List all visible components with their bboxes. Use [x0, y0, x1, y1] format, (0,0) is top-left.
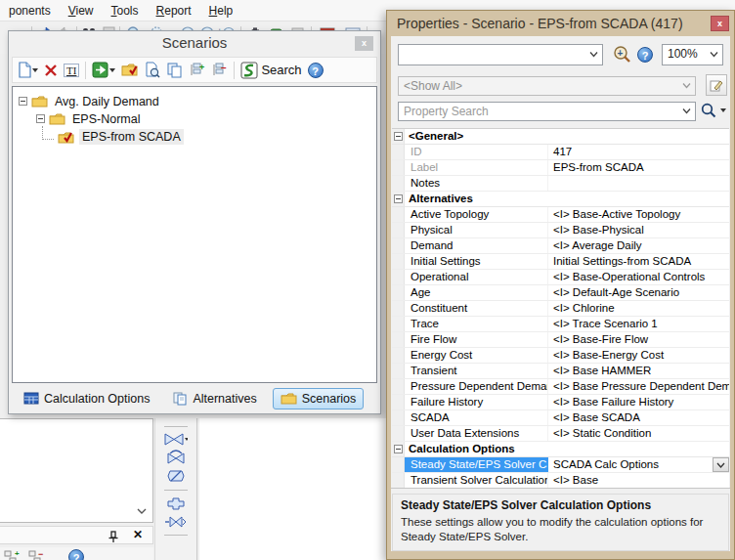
collapse-all-icon[interactable]: − — [28, 549, 44, 560]
property-name[interactable]: Demand — [405, 238, 548, 253]
property-value[interactable]: <I> Base-Energy Cost — [548, 348, 729, 363]
property-name[interactable]: Fire Flow — [405, 332, 548, 347]
search-button[interactable]: Search — [240, 62, 301, 79]
throttle-valve-tool-icon[interactable] — [165, 515, 187, 529]
panel-close-icon[interactable]: ✕ — [133, 528, 143, 541]
property-value[interactable]: <I> Base-Fire Flow — [548, 332, 729, 347]
section-collapse-icon[interactable] — [394, 132, 403, 141]
property-value[interactable]: <I> Base-Physical — [548, 223, 729, 237]
property-search-combobox[interactable]: Property Search — [398, 102, 696, 121]
property-row[interactable]: Steady State/EPS Solver Calculation Opti… — [392, 457, 729, 473]
expand-all-icon[interactable]: + — [4, 549, 20, 560]
property-value[interactable]: <I> Base Failure History — [548, 395, 729, 409]
property-search-icon[interactable] — [701, 103, 716, 118]
property-row[interactable]: Energy Cost<I> Base-Energy Cost — [392, 348, 729, 364]
property-name[interactable]: Transient — [405, 364, 548, 378]
property-name[interactable]: Transient Solver Calculation Options — [405, 473, 548, 488]
scenarios-help-icon[interactable]: ? — [308, 63, 324, 78]
tree-item-eps-normal[interactable]: EPS-Normal — [36, 110, 143, 127]
property-row[interactable]: ID417 — [392, 145, 729, 160]
isolation-valve-tool-icon[interactable] — [167, 468, 185, 484]
delete-button[interactable] — [44, 64, 58, 77]
property-name[interactable]: Initial Settings — [405, 254, 548, 269]
menu-components[interactable]: ponents — [0, 2, 60, 20]
collapse-all-button[interactable]: − — [211, 63, 228, 78]
property-row[interactable]: Active Topology<I> Base-Active Topology — [392, 207, 729, 223]
section-collapse-icon[interactable] — [394, 194, 403, 203]
property-name[interactable]: Pressure Dependent Demand — [405, 379, 548, 394]
property-row[interactable]: Transient<I> Base HAMMER — [392, 364, 729, 379]
property-value[interactable]: <I> Static Condition — [548, 426, 729, 441]
property-row[interactable]: Initial SettingsInitial Settings-from SC… — [392, 254, 729, 270]
property-row[interactable]: SCADA<I> Base SCADA — [392, 410, 729, 426]
property-name[interactable]: Constituent — [405, 301, 548, 316]
scroll-down-icon[interactable] — [136, 506, 148, 518]
properties-close-button[interactable]: x — [711, 16, 729, 31]
filter-combobox[interactable]: <Show All> — [398, 76, 696, 96]
customize-fields-button[interactable] — [706, 74, 727, 96]
property-value[interactable]: <I> Base HAMMER — [548, 364, 729, 378]
property-name[interactable]: Age — [405, 285, 548, 300]
property-row[interactable]: Age<I> Default-Age Scenario — [392, 285, 729, 301]
new-scenario-button[interactable] — [18, 62, 38, 78]
copy-button[interactable] — [166, 62, 183, 78]
tab-calculation-options[interactable]: Calculation Options — [16, 388, 157, 409]
tree-item-avg-daily-demand[interactable]: Avg. Daily Demand — [19, 93, 162, 109]
expand-all-button[interactable]: + — [189, 63, 205, 78]
property-name[interactable]: Label — [405, 160, 548, 175]
drawing-pane[interactable] — [199, 418, 386, 560]
property-row[interactable]: Notes — [392, 176, 729, 192]
property-name[interactable]: Energy Cost — [405, 348, 548, 363]
auto-hide-pin-icon[interactable] — [108, 530, 119, 547]
scenario-properties-button[interactable] — [145, 62, 160, 78]
junction-tool-icon[interactable] — [166, 496, 186, 511]
property-value[interactable]: <I> Chlorine — [548, 301, 729, 316]
property-name[interactable]: Steady State/EPS Solver Calculation Opti… — [405, 457, 548, 472]
menu-view[interactable]: View — [60, 2, 103, 20]
property-name[interactable]: Operational — [405, 270, 548, 284]
check-valve-tool-icon[interactable] — [166, 450, 186, 464]
property-row[interactable]: Demand<I> Average Daily — [392, 238, 729, 254]
property-name[interactable]: Notes — [405, 176, 548, 191]
property-value[interactable]: Initial Settings-from SCADA — [548, 254, 729, 269]
tab-scenarios[interactable]: Scenarios — [273, 388, 365, 409]
help-icon[interactable]: ? — [68, 549, 84, 560]
property-section-row[interactable]: Alternatives — [392, 192, 729, 207]
property-row[interactable]: User Data Extensions<I> Static Condition — [392, 426, 729, 442]
zoom-level-combobox[interactable]: 100% — [662, 44, 723, 65]
collapse-toggle-icon[interactable] — [36, 114, 45, 123]
compute-button[interactable] — [92, 62, 115, 78]
property-row[interactable]: LabelEPS-from SCADA — [392, 160, 729, 176]
property-row[interactable]: Fire Flow<I> Base-Fire Flow — [392, 332, 729, 348]
property-row[interactable]: Pressure Dependent Demand<I> Base Pressu… — [392, 379, 729, 395]
property-row[interactable]: Trace<I> Trace Scenario 1 — [392, 317, 729, 332]
property-name[interactable]: Active Topology — [405, 207, 548, 222]
section-collapse-icon[interactable] — [394, 445, 403, 453]
property-row[interactable]: Physical<I> Base-Physical — [392, 223, 729, 238]
valve-tool-icon[interactable] — [164, 433, 188, 446]
property-value[interactable]: <I> Base — [548, 473, 729, 488]
property-value[interactable]: <I> Base Pressure Dependent Demand — [548, 379, 729, 394]
element-combobox[interactable] — [398, 44, 603, 65]
property-section-row[interactable]: <General> — [392, 129, 729, 145]
rename-button[interactable]: TI — [64, 64, 79, 77]
zoom-to-element-icon[interactable]: + — [612, 45, 632, 67]
property-row[interactable]: Failure History<I> Base Failure History — [392, 395, 729, 410]
value-dropdown-button[interactable] — [713, 457, 729, 472]
search-options-caret-icon[interactable] — [720, 108, 726, 112]
property-value[interactable]: <I> Trace Scenario 1 — [548, 317, 729, 331]
property-value[interactable]: EPS-from SCADA — [548, 160, 729, 175]
property-name[interactable]: ID — [405, 145, 548, 159]
property-name[interactable]: User Data Extensions — [405, 426, 548, 441]
properties-help-icon[interactable]: ? — [637, 47, 653, 63]
property-name[interactable]: SCADA — [405, 410, 548, 425]
property-value[interactable]: <I> Base SCADA — [548, 410, 729, 425]
property-name[interactable]: Trace — [405, 317, 548, 331]
property-name[interactable]: Physical — [405, 223, 548, 237]
property-row[interactable]: Transient Solver Calculation Options<I> … — [392, 473, 729, 488]
property-value[interactable]: SCADA Calc Options — [548, 457, 729, 472]
property-row[interactable]: Constituent<I> Chlorine — [392, 301, 729, 317]
collapse-toggle-icon[interactable] — [19, 97, 27, 106]
menu-tools[interactable]: Tools — [103, 2, 148, 20]
property-value[interactable]: <I> Average Daily — [548, 238, 729, 253]
